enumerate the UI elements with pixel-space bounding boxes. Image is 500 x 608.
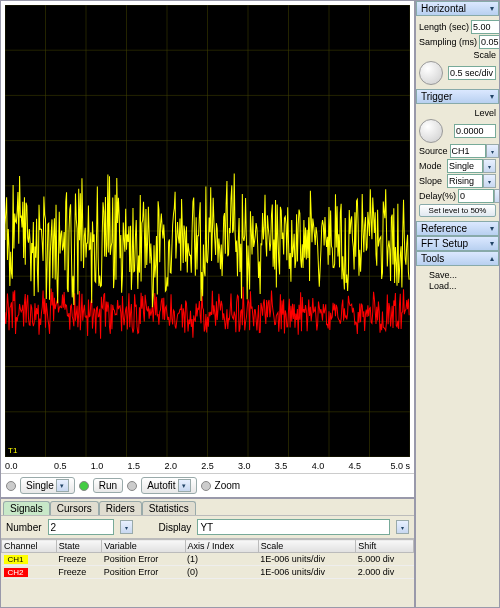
autofit-indicator-icon	[127, 481, 137, 491]
bottom-tabs: SignalsCursorsRidersStatistics	[1, 499, 414, 515]
single-button[interactable]: Single ▾	[20, 477, 75, 494]
chevron-icon: ▾	[490, 92, 494, 101]
zoom-label: Zoom	[215, 480, 241, 491]
column-header[interactable]: Channel	[2, 540, 57, 553]
length-input[interactable]	[471, 20, 500, 34]
single-indicator-icon	[6, 481, 16, 491]
x-axis-ticks: 0.00.51.01.52.02.53.03.54.04.55.0 s	[1, 461, 414, 473]
sampling-label: Sampling (ms)	[419, 37, 477, 47]
chevron-icon: ▴	[490, 254, 494, 263]
tab-riders[interactable]: Riders	[99, 501, 142, 515]
column-header[interactable]: Axis / Index	[185, 540, 258, 553]
scope-toolbar: Single ▾ Run Autofit ▾ Zoom	[1, 473, 414, 497]
horizontal-header[interactable]: Horizontal▾	[416, 1, 499, 16]
chevron-icon: ▾	[490, 239, 494, 248]
fft-header[interactable]: FFT Setup▾	[416, 236, 499, 251]
hscale-knob[interactable]	[419, 61, 443, 85]
load-button[interactable]: Load...	[419, 281, 457, 291]
level-label: Level	[474, 108, 496, 118]
tab-cursors[interactable]: Cursors	[50, 501, 99, 515]
tools-header[interactable]: Tools▴	[416, 251, 499, 266]
number-label: Number	[6, 522, 42, 533]
source-select[interactable]	[450, 144, 486, 158]
length-label: Length (sec)	[419, 22, 469, 32]
column-header[interactable]: Scale	[258, 540, 355, 553]
delay-input[interactable]	[458, 189, 494, 203]
tab-statistics[interactable]: Statistics	[142, 501, 196, 515]
trigger-marker: T1	[8, 446, 17, 455]
slope-select[interactable]	[447, 174, 483, 188]
display-dropdown[interactable]: ▾	[396, 520, 409, 534]
number-dropdown[interactable]: ▾	[120, 520, 133, 534]
number-select[interactable]	[48, 519, 114, 535]
trigger-header[interactable]: Trigger▾	[416, 89, 499, 104]
scale-label: Scale	[473, 50, 496, 60]
slope-label: Slope	[419, 176, 442, 186]
column-header[interactable]: State	[56, 540, 102, 553]
save-button[interactable]: Save...	[419, 270, 457, 280]
table-row[interactable]: CH1FreezePosition Error(1)1E-006 units/d…	[2, 553, 414, 566]
column-header[interactable]: Shift	[356, 540, 414, 553]
scope-panel: T1 0.00.51.01.52.02.53.03.54.04.55.0 s S…	[0, 0, 415, 498]
column-header[interactable]: Variable	[102, 540, 185, 553]
display-label: Display	[159, 522, 192, 533]
run-indicator-icon	[79, 481, 89, 491]
channel-table: ChannelStateVariableAxis / IndexScaleShi…	[1, 539, 414, 607]
tab-signals[interactable]: Signals	[3, 501, 50, 515]
sampling-input[interactable]	[479, 35, 500, 49]
chevron-icon: ▾	[490, 4, 494, 13]
level-knob[interactable]	[419, 119, 443, 143]
delay-label: Delay(%)	[419, 191, 456, 201]
display-select[interactable]	[197, 519, 390, 535]
waveform-plot[interactable]: T1	[5, 5, 410, 457]
autofit-button[interactable]: Autofit ▾	[141, 477, 196, 494]
mode-label: Mode	[419, 161, 442, 171]
run-button[interactable]: Run	[93, 478, 123, 493]
mode-select[interactable]	[447, 159, 483, 173]
chevron-icon: ▾	[490, 224, 494, 233]
bottom-panel: SignalsCursorsRidersStatistics Number ▾ …	[0, 498, 415, 608]
side-panel: Horizontal▾ Length (sec)▾ Sampling (ms)▾…	[415, 0, 500, 608]
reference-header[interactable]: Reference▾	[416, 221, 499, 236]
zoom-indicator-icon	[201, 481, 211, 491]
hscale-input[interactable]	[448, 66, 496, 80]
level-input[interactable]	[454, 124, 496, 138]
source-label: Source	[419, 146, 448, 156]
table-row[interactable]: CH2FreezePosition Error(0)1E-006 units/d…	[2, 566, 414, 579]
set-level-50-button[interactable]: Set level to 50%	[419, 204, 496, 217]
